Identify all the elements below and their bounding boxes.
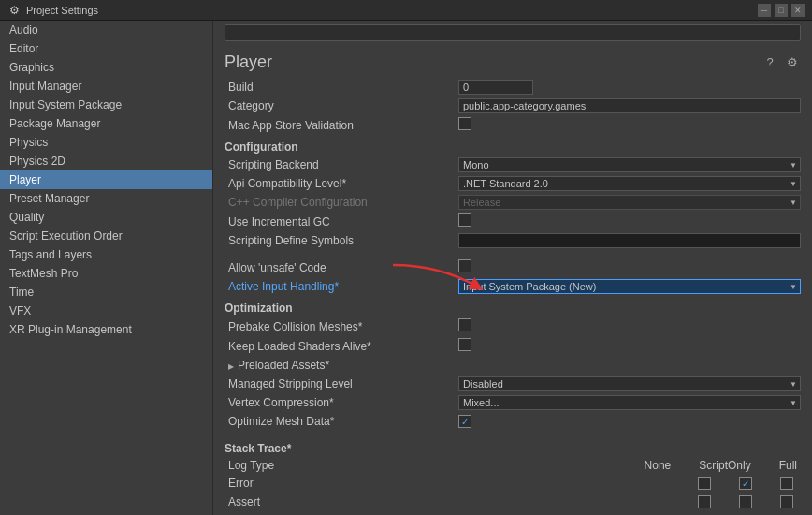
prebake-label: Prebake Collision Meshes*	[225, 320, 458, 333]
prebake-checkbox[interactable]	[458, 318, 471, 331]
sidebar-item-tags-and-layers[interactable]: Tags and Layers	[0, 245, 212, 264]
category-input[interactable]	[458, 98, 801, 113]
minimize-button[interactable]: ─	[758, 4, 771, 17]
red-arrow-annotation	[384, 260, 496, 298]
vertex-compression-dropdown[interactable]: Mixed...	[458, 395, 801, 410]
scripting-backend-dropdown-wrapper: Mono	[458, 157, 801, 172]
active-input-dropdown-wrapper: Input System Package (New)	[458, 279, 801, 294]
configuration-section-label: Configuration	[225, 135, 801, 155]
sidebar-item-editor[interactable]: Editor	[0, 39, 212, 58]
content-area: Player ? ⚙ Build Category	[213, 21, 812, 515]
page-title: Player	[225, 52, 272, 72]
error-full-checkbox[interactable]	[780, 477, 793, 490]
error-scriptonly-checkbox[interactable]	[739, 477, 752, 490]
assert-none-checkbox[interactable]	[698, 495, 711, 508]
managed-stripping-dropdown-wrapper: Disabled	[458, 376, 801, 391]
api-compat-dropdown[interactable]: .NET Standard 2.0	[458, 176, 801, 191]
cpp-compiler-dropdown-wrapper: Release	[458, 195, 801, 210]
assert-row-label: Assert	[225, 495, 458, 508]
title-bar: ⚙ Project Settings ─ □ ✕	[0, 0, 812, 21]
managed-stripping-label: Managed Stripping Level	[225, 377, 458, 390]
sidebar-item-quality[interactable]: Quality	[0, 208, 212, 227]
scripting-backend-label: Scripting Backend	[225, 158, 458, 171]
keep-shaders-checkbox[interactable]	[458, 338, 471, 351]
api-compat-label: Api Compatibility Level*	[225, 177, 458, 190]
title-bar-text: Project Settings	[26, 5, 758, 16]
optimize-mesh-checkbox[interactable]	[458, 415, 471, 428]
search-input[interactable]	[225, 24, 801, 41]
cpp-compiler-dropdown[interactable]: Release	[458, 195, 801, 210]
help-icon-button[interactable]: ?	[761, 54, 778, 71]
incremental-gc-label: Use Incremental GC	[225, 215, 458, 228]
vertex-compression-dropdown-wrapper: Mixed...	[458, 395, 801, 410]
error-row-label: Error	[225, 477, 458, 490]
error-none-checkbox[interactable]	[698, 477, 711, 490]
assert-scriptonly-checkbox[interactable]	[739, 495, 752, 508]
assert-full-checkbox[interactable]	[780, 495, 793, 508]
title-bar-icon: ⚙	[7, 4, 21, 17]
stack-scriptonly-header: ScriptOnly	[699, 459, 750, 472]
managed-stripping-dropdown[interactable]: Disabled	[458, 376, 801, 391]
log-type-header-label: Log Type	[225, 459, 458, 472]
stack-none-header: None	[645, 459, 672, 472]
mac-app-store-label: Mac App Store Validation	[225, 119, 458, 132]
category-label: Category	[225, 99, 458, 112]
settings-icon-button[interactable]: ⚙	[784, 54, 801, 71]
scripting-define-label: Scripting Define Symbols	[225, 234, 458, 247]
sidebar: AudioEditorGraphicsInput ManagerInput Sy…	[0, 21, 213, 515]
build-label: Build	[225, 81, 458, 94]
api-compat-dropdown-wrapper: .NET Standard 2.0	[458, 176, 801, 191]
sidebar-item-textmesh-pro[interactable]: TextMesh Pro	[0, 264, 212, 283]
active-input-dropdown[interactable]: Input System Package (New)	[458, 279, 801, 294]
sidebar-item-audio[interactable]: Audio	[0, 21, 212, 39]
sidebar-item-script-execution-order[interactable]: Script Execution Order	[0, 227, 212, 245]
incremental-gc-checkbox[interactable]	[458, 213, 471, 227]
sidebar-item-player[interactable]: Player	[0, 170, 212, 189]
sidebar-item-graphics[interactable]: Graphics	[0, 58, 212, 77]
sidebar-item-vfx[interactable]: VFX	[0, 302, 212, 320]
build-input[interactable]	[458, 80, 533, 95]
maximize-button[interactable]: □	[775, 4, 788, 17]
cpp-compiler-label: C++ Compiler Configuration	[225, 196, 458, 209]
preloaded-assets-label: Preloaded Assets*	[225, 359, 458, 372]
scripting-backend-dropdown[interactable]: Mono	[458, 157, 801, 172]
sidebar-item-input-system-package[interactable]: Input System Package	[0, 96, 212, 114]
mac-app-store-checkbox[interactable]	[458, 117, 471, 130]
stack-full-header: Full	[779, 459, 797, 472]
stack-trace-section-label: Stack Trace*	[225, 436, 801, 457]
close-button[interactable]: ✕	[791, 4, 805, 17]
sidebar-item-xr-plugin-management[interactable]: XR Plug-in Management	[0, 320, 212, 339]
sidebar-item-input-manager[interactable]: Input Manager	[0, 77, 212, 96]
sidebar-item-physics[interactable]: Physics	[0, 133, 212, 152]
optimization-section-label: Optimization	[225, 296, 801, 316]
sidebar-item-preset-manager[interactable]: Preset Manager	[0, 189, 212, 208]
sidebar-item-time[interactable]: Time	[0, 283, 212, 302]
sidebar-item-package-manager[interactable]: Package Manager	[0, 114, 212, 133]
sidebar-item-physics-2d[interactable]: Physics 2D	[0, 152, 212, 170]
vertex-compression-label: Vertex Compression*	[225, 396, 458, 409]
keep-shaders-label: Keep Loaded Shaders Alive*	[225, 340, 458, 353]
optimize-mesh-label: Optimize Mesh Data*	[225, 415, 458, 428]
